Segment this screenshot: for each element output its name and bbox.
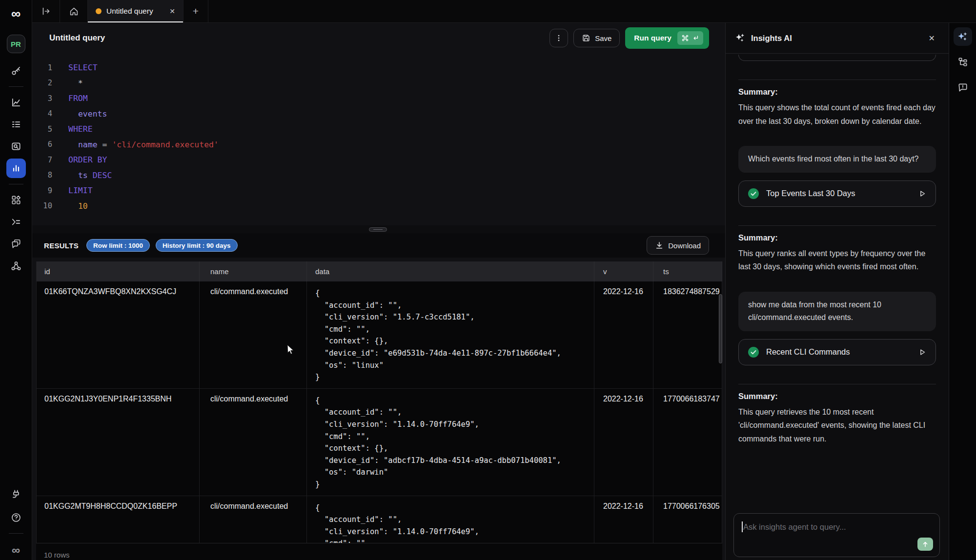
column-header-id: id [37,261,200,281]
play-icon[interactable] [918,348,927,357]
sql-token: * [68,79,83,88]
insights-sections: Summary:This query shows the total count… [738,80,936,445]
tab-bar: Untitled query ✕ + [32,0,976,23]
help-icon[interactable] [6,508,26,527]
search-box-icon[interactable] [6,137,26,156]
editor-line: 9LIMIT [32,183,725,199]
sql-token: ts [78,171,88,180]
editor-line: 3FROM [32,91,725,106]
divider [9,86,23,87]
tab-label: Untitled query [106,7,163,16]
tab-close-icon[interactable]: ✕ [167,6,177,16]
unsaved-dot-icon [96,8,102,14]
cell-data: { "account_id": "", "cli_version": "1.14… [307,496,594,543]
limit-badge[interactable]: History limit : 90 days [156,239,238,252]
insights-panel: Insights AI ✕ Summary:This query shows t… [725,23,949,560]
insights-input[interactable]: Ask insights agent to query... [733,513,940,557]
sidebar-bottom-group: ∞ [6,484,26,560]
download-button[interactable]: Download [647,236,709,255]
sql-token: WHERE [68,124,93,134]
editor-line: 4 events [32,106,725,122]
arrow-up-icon [921,540,929,548]
table-row[interactable]: 01KGG2MT9H8H8CCDQ0ZK16BEPPcli/command.ex… [37,496,722,543]
input-placeholder: Ask insights agent to query... [743,522,846,532]
column-header-ts: ts [653,261,722,281]
grid-icon[interactable] [6,190,26,210]
card-label: Recent CLI Commands [766,347,911,357]
editor-line: 8 ts DESC [32,168,725,183]
line-number: 5 [32,125,52,134]
editor-line: 5WHERE [32,121,725,137]
terminal-icon[interactable] [6,212,26,232]
editor-line: 6 name = 'cli/command.executed' [32,137,725,153]
sql-token: ORDER BY [68,155,107,164]
status-bar: 10 rows [36,543,722,560]
tab-untitled-query[interactable]: Untitled query ✕ [88,0,183,22]
sql-token: events [78,109,107,119]
cell-data: { "account_id": "", "cli_version": "1.14… [307,389,594,496]
run-query-button[interactable]: Run query [625,27,709,49]
line-number: 6 [32,140,52,149]
insights-title: Insights AI [751,34,792,43]
table-scrollbar[interactable] [719,294,722,363]
suggested-query-card[interactable]: Top Events Last 30 Days [738,180,936,207]
infinity-icon[interactable]: ∞ [12,543,20,557]
cell-id: 01KGG2N1J3Y0ENP1R4F1335BNH [37,389,200,496]
line-chart-icon[interactable] [6,93,26,112]
column-header-v: v [594,261,653,281]
table-body: 01K66TQNZA3WFBQ8XN2KXSG4CJcli/command.ex… [37,281,722,543]
webhook-icon[interactable] [6,256,26,276]
save-button[interactable]: Save [573,29,620,47]
list-icon[interactable] [6,115,26,134]
tree-icon[interactable] [954,53,972,71]
cell-data: { "account_id": "", "cli_version": "1.5.… [307,281,594,388]
line-number: 3 [32,94,52,103]
chat-icon[interactable] [6,234,26,254]
table-row[interactable]: 01K66TQNZA3WFBQ8XN2KXSG4CJcli/command.ex… [37,281,722,389]
send-button[interactable] [917,538,933,551]
return-icon [691,34,699,42]
section-divider [738,225,936,226]
cmd-icon [681,34,689,42]
download-icon [655,241,664,250]
cell-name: cli/command.executed [200,281,307,388]
plug-icon[interactable] [6,484,26,504]
code-line: * [52,79,83,88]
line-number: 8 [32,171,52,180]
sql-editor[interactable]: 1SELECT2 *3FROM4 events5WHERE6 name = 'c… [32,53,725,225]
limit-badge[interactable]: Row limit : 1000 [86,239,150,252]
sql-token: LIMIT [68,186,93,195]
workspace-badge[interactable]: PR [7,35,25,53]
splitter-handle[interactable] [369,227,387,232]
summary-label: Summary: [738,233,936,242]
close-icon[interactable]: ✕ [926,32,938,45]
divider [9,184,23,184]
panel-toggle-icon[interactable] [32,0,60,22]
key-icon[interactable] [6,61,26,80]
summary-text: This query ranks all event types by freq… [738,247,936,274]
insights-ai-icon[interactable] [954,27,972,46]
column-header-name: name [200,261,307,281]
new-tab-button[interactable]: + [183,0,208,22]
sql-token: DESC [88,171,112,180]
json-value: { "account_id": "", "cli_version": "1.14… [315,502,594,543]
app-logo-icon: ∞ [11,5,20,23]
play-icon[interactable] [918,189,927,198]
sql-token: 10 [78,201,88,211]
sql-token [68,201,78,211]
more-options-button[interactable] [549,29,568,47]
editor-line: 10 10 [32,199,725,214]
summary-label: Summary: [738,87,936,97]
cell-name: cli/command.executed [200,496,307,543]
home-icon[interactable] [60,0,88,22]
table-header-row: idnamedatavts [37,261,722,281]
left-sidebar: ∞ PR ∞ [0,0,32,560]
json-value: { "account_id": "", "cli_version": "1.5.… [315,287,594,388]
line-number: 10 [32,201,52,210]
cell-v: 2022-12-16 [594,496,653,543]
feedback-icon[interactable] [954,78,972,97]
table-row[interactable]: 01KGG2N1J3Y0ENP1R4F1335BNHcli/command.ex… [37,389,722,496]
suggested-query-card[interactable]: Recent CLI Commands [738,339,936,365]
bar-chart-icon[interactable] [6,159,26,178]
line-number: 7 [32,156,52,164]
